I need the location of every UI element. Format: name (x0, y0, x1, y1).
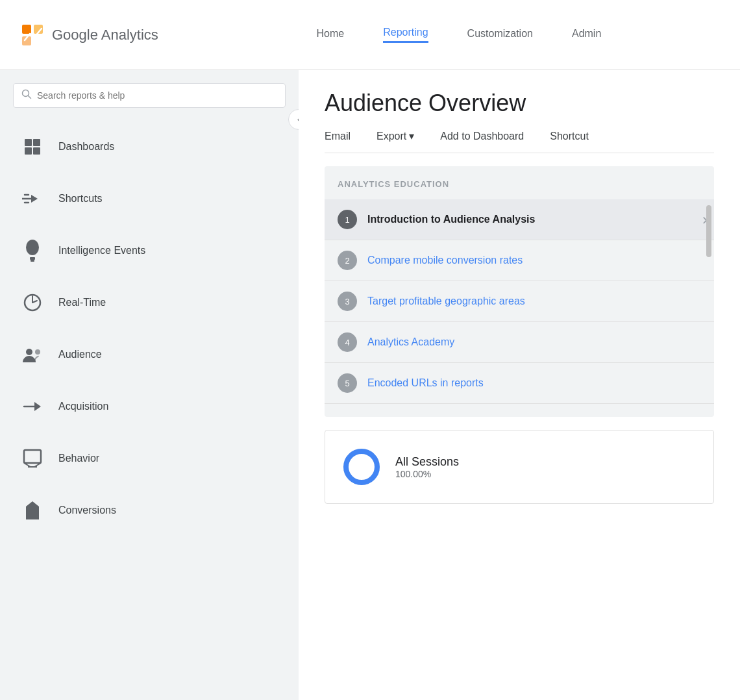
sidebar-label-dashboards: Dashboards (58, 141, 114, 153)
svg-rect-0 (22, 25, 31, 34)
svg-point-30 (352, 457, 371, 477)
sessions-section: All Sessions 100.00% (325, 430, 714, 504)
behavior-icon (19, 445, 45, 471)
shortcut-button[interactable]: Shortcut (550, 131, 589, 142)
search-icon (21, 89, 32, 102)
page-title: Audience Overview (325, 90, 714, 117)
edu-item-text-2: Compare mobile conversion rates (367, 255, 523, 266)
sidebar-label-shortcuts: Shortcuts (58, 193, 103, 205)
export-button[interactable]: Export ▾ (376, 130, 414, 142)
nav-home[interactable]: Home (317, 28, 345, 42)
sidebar-item-dashboards[interactable]: Dashboards (0, 121, 299, 173)
education-section-title: ANALYTICS EDUCATION (325, 179, 714, 199)
sidebar-item-shortcuts[interactable]: Shortcuts (0, 173, 299, 225)
sidebar-label-behavior: Behavior (58, 453, 99, 464)
svg-rect-6 (33, 139, 40, 146)
donut-chart (341, 446, 382, 488)
main-area: Dashboards Shortcuts (0, 70, 740, 700)
svg-marker-10 (31, 195, 38, 203)
edu-badge-3: 3 (338, 292, 357, 311)
add-to-dashboard-button[interactable]: Add to Dashboard (440, 131, 524, 142)
logo: Google Analytics (19, 22, 158, 48)
edu-badge-1: 1 (338, 210, 357, 229)
edu-item-1[interactable]: 1 Introduction to Audience Analysis (325, 199, 714, 240)
edu-scrollbar (706, 205, 711, 257)
top-navigation: Google Analytics Home Reporting Customiz… (0, 0, 740, 70)
edu-item-2[interactable]: 2 Compare mobile conversion rates (325, 240, 714, 281)
export-dropdown-icon: ▾ (409, 130, 414, 142)
sessions-info: All Sessions 100.00% (395, 455, 459, 479)
sidebar-label-acquisition: Acquisition (58, 401, 108, 412)
action-bar: Email Export ▾ Add to Dashboard Shortcut (325, 130, 714, 153)
svg-rect-23 (24, 450, 41, 463)
sessions-label: All Sessions (395, 455, 459, 469)
edu-badge-4: 4 (338, 332, 357, 352)
sidebar-item-realtime[interactable]: Real-Time (0, 277, 299, 329)
svg-point-13 (26, 240, 39, 255)
nav-admin[interactable]: Admin (572, 28, 601, 42)
sidebar-label-audience: Audience (58, 349, 102, 360)
edu-item-3[interactable]: 3 Target profitable geographic areas (325, 281, 714, 322)
sidebar-item-intelligence[interactable]: Intelligence Events (0, 225, 299, 277)
education-panel: ANALYTICS EDUCATION 1 Introduction to Au… (325, 166, 714, 417)
conversions-icon (19, 497, 45, 523)
nav-reporting[interactable]: Reporting (383, 27, 428, 43)
svg-marker-27 (26, 501, 39, 519)
search-input[interactable] (37, 90, 277, 101)
nav-customization[interactable]: Customization (467, 28, 533, 42)
edu-item-4[interactable]: 4 Analytics Academy (325, 322, 714, 363)
svg-point-20 (35, 349, 40, 355)
sidebar-item-behavior[interactable]: Behavior (0, 432, 299, 484)
sidebar-label-conversions: Conversions (58, 505, 116, 516)
sidebar: Dashboards Shortcuts (0, 70, 299, 700)
logo-text: Google Analytics (52, 27, 158, 44)
svg-line-18 (32, 301, 37, 303)
svg-marker-22 (34, 402, 41, 411)
edu-item-text-3: Target profitable geographic areas (367, 295, 525, 307)
intelligence-icon (19, 238, 45, 264)
sidebar-label-intelligence: Intelligence Events (58, 245, 145, 256)
content-panel: Audience Overview Email Export ▾ Add to … (299, 70, 740, 700)
sidebar-item-acquisition[interactable]: Acquisition (0, 381, 299, 432)
edu-item-text-4: Analytics Academy (367, 336, 454, 348)
edu-badge-5: 5 (338, 373, 357, 393)
svg-rect-8 (33, 147, 40, 155)
shortcuts-icon (19, 186, 45, 212)
sidebar-label-realtime: Real-Time (58, 297, 106, 308)
svg-line-4 (29, 96, 31, 99)
dashboards-icon (19, 134, 45, 160)
email-button[interactable]: Email (325, 131, 351, 142)
svg-rect-7 (25, 147, 32, 155)
sessions-percentage: 100.00% (395, 469, 459, 479)
svg-rect-14 (30, 257, 35, 260)
edu-item-5[interactable]: 5 Encoded URLs in reports (325, 363, 714, 404)
acquisition-icon (19, 394, 45, 419)
svg-rect-15 (31, 260, 34, 262)
sidebar-item-conversions[interactable]: Conversions (0, 484, 299, 536)
realtime-icon (19, 290, 45, 316)
google-analytics-logo-icon (19, 22, 45, 48)
nav-links: Home Reporting Customization Admin (197, 27, 721, 43)
svg-point-19 (26, 349, 32, 355)
edu-item-text-1: Introduction to Audience Analysis (367, 214, 535, 225)
audience-icon (19, 342, 45, 368)
search-box[interactable] (13, 83, 286, 108)
content-header: Audience Overview Email Export ▾ Add to … (299, 70, 740, 153)
edu-badge-2: 2 (338, 251, 357, 270)
sidebar-items: Dashboards Shortcuts (0, 121, 299, 536)
sidebar-item-audience[interactable]: Audience (0, 329, 299, 381)
edu-item-text-5: Encoded URLs in reports (367, 377, 484, 389)
svg-rect-5 (25, 139, 32, 146)
